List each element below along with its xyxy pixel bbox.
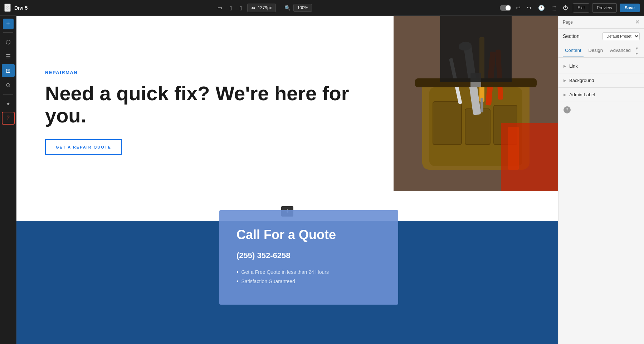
add-element-button[interactable]: + xyxy=(3,19,14,29)
panel-body: ▶ Link ▶ Background ▶ Admin Label ? xyxy=(558,58,644,344)
section-row: Section Default Preset xyxy=(558,29,644,44)
top-bar-center: ▭ ▯ ▯ ⇔ 1379px 🔍 100% xyxy=(215,4,312,12)
hero-title: Need a quick fix? We're here for you. xyxy=(45,82,372,126)
help-button[interactable]: ? xyxy=(564,106,571,113)
accordion-background-header[interactable]: ▶ Background xyxy=(558,73,644,87)
hero-right-column xyxy=(394,16,558,202)
quote-card-list: Get a Free Quote in less than 24 Hours S… xyxy=(236,269,381,285)
portable-button[interactable]: ⬚ xyxy=(550,3,558,13)
accordion-link-label: Link xyxy=(569,63,578,69)
page-label: Page xyxy=(563,20,573,25)
sidebar-pages-button[interactable]: ☰ xyxy=(2,50,15,63)
undo-button[interactable]: ↩ xyxy=(514,3,522,13)
tab-content[interactable]: Content xyxy=(563,44,584,57)
main-area: + ⬡ ☰ ⊞ ⊙ ✦ ? REPAIRMAN Need a quick fix… xyxy=(0,16,644,344)
hero-image xyxy=(394,16,558,191)
sidebar-modules-button[interactable]: ⊞ xyxy=(2,64,15,77)
accordion-background-label: Background xyxy=(569,78,594,83)
canvas-content: REPAIRMAN Need a quick fix? We're here f… xyxy=(16,16,558,344)
accordion-arrow-icon: ▶ xyxy=(564,64,566,68)
list-item: Get a Free Quote in less than 24 Hours xyxy=(236,269,381,275)
section-label: Section xyxy=(563,33,580,39)
sidebar-layers-button[interactable]: ⬡ xyxy=(2,35,15,48)
left-sidebar: + ⬡ ☰ ⊞ ⊙ ✦ ? xyxy=(0,16,16,344)
zoom-display: 100% xyxy=(293,4,312,12)
right-panel-header: Page ✕ xyxy=(558,16,644,29)
svg-rect-18 xyxy=(508,127,519,170)
preset-select[interactable]: Default Preset xyxy=(602,32,640,40)
mobile-view-button[interactable]: ▯ xyxy=(237,4,244,12)
canvas-area[interactable]: REPAIRMAN Need a quick fix? We're here f… xyxy=(16,16,558,344)
top-bar-left: ⚙ Divi 5 xyxy=(4,4,28,12)
gear-icon[interactable]: ⚙ xyxy=(4,4,11,12)
hero-left-column: REPAIRMAN Need a quick fix? We're here f… xyxy=(16,16,394,202)
top-bar: ⚙ Divi 5 ▭ ▯ ▯ ⇔ 1379px 🔍 100% ↩ ↪ 🕐 ⬚ ⏻… xyxy=(0,0,644,16)
hero-section: REPAIRMAN Need a quick fix? We're here f… xyxy=(16,16,558,202)
tabs-row: Content Design Advanced ▾ ▸ xyxy=(558,44,644,58)
sidebar-settings-button[interactable]: ✦ xyxy=(2,97,15,110)
accordion-admin-label-text: Admin Label xyxy=(569,92,595,97)
hero-eyebrow: REPAIRMAN xyxy=(45,70,372,75)
accordion-background: ▶ Background xyxy=(558,73,644,88)
svg-rect-4 xyxy=(433,102,462,145)
accordion-arrow-icon-2: ▶ xyxy=(564,78,566,82)
accordion-link-header[interactable]: ▶ Link xyxy=(558,59,644,73)
sidebar-portability-button[interactable]: ⊙ xyxy=(2,78,15,91)
desktop-view-button[interactable]: ▭ xyxy=(215,4,224,12)
svg-rect-10 xyxy=(480,98,483,112)
top-bar-right: ↩ ↪ 🕐 ⬚ ⏻ Exit Preview Save xyxy=(500,3,640,13)
quote-card-title: Call For a Quote xyxy=(236,227,381,242)
preview-button[interactable]: Preview xyxy=(592,3,617,13)
list-item: Satisfaction Guaranteed xyxy=(236,278,381,285)
power-button[interactable]: ⏻ xyxy=(561,3,570,12)
accordion-admin-label: ▶ Admin Label xyxy=(558,88,644,102)
accordion-link: ▶ Link xyxy=(558,59,644,73)
quote-card-phone: (255) 352-6258 xyxy=(236,251,381,260)
history-button[interactable]: 🕐 xyxy=(536,3,547,13)
sidebar-divider-2 xyxy=(3,94,13,95)
right-panel: Page ✕ Section Default Preset Content De… xyxy=(558,16,644,344)
accordion-admin-label-header[interactable]: ▶ Admin Label xyxy=(558,88,644,102)
svg-rect-16 xyxy=(440,16,512,82)
sidebar-divider xyxy=(3,32,13,33)
redo-button[interactable]: ↪ xyxy=(525,3,533,13)
tablet-view-button[interactable]: ▯ xyxy=(227,4,234,12)
close-panel-button[interactable]: ✕ xyxy=(635,19,640,25)
exit-button[interactable]: Exit xyxy=(573,3,589,13)
width-display: ⇔ 1379px xyxy=(247,4,275,12)
hero-cta-button[interactable]: GET A REPAIR QUOTE xyxy=(45,139,122,155)
theme-toggle[interactable] xyxy=(500,5,511,11)
save-button[interactable]: Save xyxy=(620,4,640,12)
tab-advanced[interactable]: Advanced xyxy=(608,44,633,57)
tab-more-button[interactable]: ▾ ▸ xyxy=(636,46,640,56)
blue-section: Call For a Quote (255) 352-6258 Get a Fr… xyxy=(16,221,558,344)
tab-design[interactable]: Design xyxy=(586,44,605,57)
accordion-arrow-icon-3: ▶ xyxy=(564,93,566,97)
app-name: Divi 5 xyxy=(14,5,28,11)
quote-card: Call For a Quote (255) 352-6258 Get a Fr… xyxy=(219,210,398,305)
sidebar-help-button[interactable]: ? xyxy=(2,112,15,125)
